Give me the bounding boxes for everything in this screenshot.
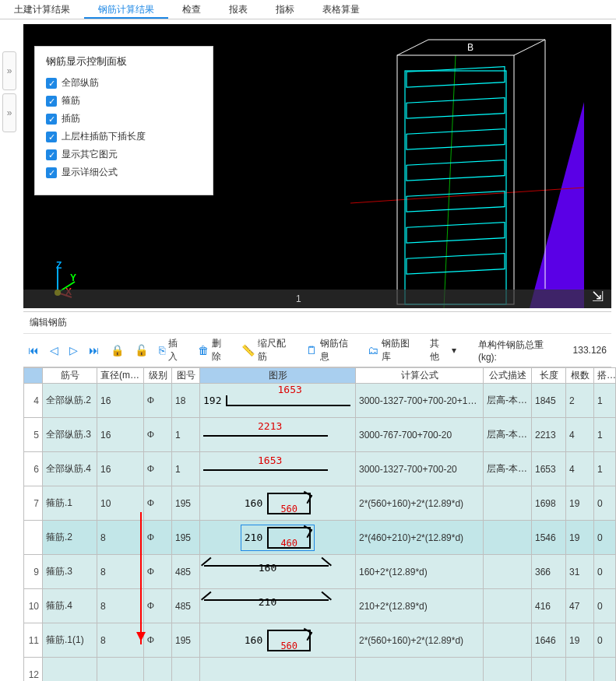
cell-shapeNo[interactable]: 1: [172, 452, 200, 486]
other-dropdown[interactable]: 其他 ▾: [430, 337, 456, 363]
cell-dia[interactable]: 8: [97, 589, 144, 623]
cell-desc[interactable]: [484, 521, 532, 555]
table-row[interactable]: 7箍筋.110Φ1951605602*(560+160)+2*(12.89*d)…: [24, 486, 616, 521]
cell-no[interactable]: 全部纵筋.3: [43, 418, 97, 452]
unlock-icon[interactable]: 🔓: [135, 344, 148, 356]
cell-no[interactable]: 箍筋.3: [43, 555, 97, 589]
cell-formula[interactable]: 160+2*(12.89*d): [356, 555, 484, 589]
cell-len[interactable]: [532, 658, 566, 682]
cell-desc[interactable]: 层高-本层的露出…: [484, 452, 532, 486]
row-index[interactable]: 5: [24, 418, 43, 452]
rebar-grid[interactable]: 筋号 直径(mm) 级别 图号 图形 计算公式 公式描述 长度 根数 搭接 4全…: [23, 367, 616, 681]
cell-desc[interactable]: [484, 658, 532, 682]
row-index[interactable]: 6: [24, 452, 43, 486]
cell-lap[interactable]: 0: [594, 521, 616, 555]
chk-other[interactable]: ✓: [46, 149, 57, 160]
chk-all-long[interactable]: ✓: [46, 78, 57, 89]
model-viewport[interactable]: 钢筋显示控制面板 ✓全部纵筋 ✓箍筋 ✓插筋 ✓上层柱插筋下插长度 ✓显示其它图…: [23, 24, 611, 308]
cell-qty[interactable]: 47: [566, 589, 594, 623]
cell-lap[interactable]: 0: [594, 486, 616, 521]
cell-shape[interactable]: 160560: [200, 486, 356, 521]
last-icon[interactable]: ⏭: [89, 344, 100, 356]
cell-grade[interactable]: Φ: [144, 521, 172, 555]
info-button[interactable]: 🗒钢筋信息: [306, 337, 357, 363]
table-row[interactable]: 9箍筋.38Φ485160160+2*(12.89*d)366310: [24, 555, 616, 589]
cell-grade[interactable]: Φ: [144, 623, 172, 658]
col-shape[interactable]: 图形: [200, 368, 356, 384]
cell-shape[interactable]: 2213: [200, 418, 356, 452]
first-icon[interactable]: ⏮: [28, 344, 39, 356]
cell-qty[interactable]: 19: [566, 521, 594, 555]
row-index[interactable]: 8: [24, 521, 43, 555]
cell-lap[interactable]: 1: [594, 418, 616, 452]
cell-desc[interactable]: 层高-本层的露出…: [484, 384, 532, 418]
cell-desc[interactable]: [484, 589, 532, 623]
cell-no[interactable]: 箍筋.4: [43, 589, 97, 623]
cell-dia[interactable]: 16: [97, 418, 144, 452]
cell-dia[interactable]: [97, 658, 144, 682]
cell-shapeNo[interactable]: [172, 658, 200, 682]
col-formula[interactable]: 计算公式: [356, 368, 484, 384]
prev-icon[interactable]: ◁: [50, 344, 58, 356]
cell-shapeNo[interactable]: 1: [172, 418, 200, 452]
cell-formula[interactable]: 210+2*(12.89*d): [356, 589, 484, 623]
cell-qty[interactable]: 19: [566, 623, 594, 658]
cell-no[interactable]: 箍筋.1(1): [43, 623, 97, 658]
cell-len[interactable]: 416: [532, 589, 566, 623]
cell-shape[interactable]: 1653: [200, 452, 356, 486]
tab-civil[interactable]: 土建计算结果: [0, 0, 84, 19]
cell-grade[interactable]: Φ: [144, 589, 172, 623]
cell-formula[interactable]: 3000-1327-700+700-20+12*d: [356, 384, 484, 418]
cell-len[interactable]: 1646: [532, 623, 566, 658]
cell-no[interactable]: 全部纵筋.4: [43, 452, 97, 486]
cell-grade[interactable]: Φ: [144, 384, 172, 418]
tab-report[interactable]: 报表: [215, 0, 262, 19]
col-len[interactable]: 长度: [532, 368, 566, 384]
cell-shape[interactable]: [200, 658, 356, 682]
cell-lap[interactable]: 0: [594, 623, 616, 658]
cell-shapeNo[interactable]: 485: [172, 555, 200, 589]
cell-grade[interactable]: Φ: [144, 418, 172, 452]
lock-icon[interactable]: 🔒: [111, 344, 124, 356]
cell-shape[interactable]: 210: [200, 589, 356, 623]
cell-lap[interactable]: 0: [594, 589, 616, 623]
row-index[interactable]: 10: [24, 589, 43, 623]
cell-shape[interactable]: 1921653: [200, 384, 356, 418]
cell-formula[interactable]: 2*(560+160)+2*(12.89*d): [356, 623, 484, 658]
cell-len[interactable]: 1546: [532, 521, 566, 555]
cell-shapeNo[interactable]: 195: [172, 623, 200, 658]
row-index[interactable]: 7: [24, 486, 43, 521]
cell-no[interactable]: 箍筋.2: [43, 521, 97, 555]
cell-len[interactable]: 1698: [532, 486, 566, 521]
col-lap[interactable]: 搭接: [594, 368, 616, 384]
col-no[interactable]: 筋号: [43, 368, 97, 384]
cell-no[interactable]: 箍筋.1: [43, 486, 97, 521]
table-row[interactable]: 5全部纵筋.316Φ122133000-767-700+700-20层高-本层的…: [24, 418, 616, 452]
cell-desc[interactable]: [484, 486, 532, 521]
row-index[interactable]: 4: [24, 384, 43, 418]
library-button[interactable]: 🗂钢筋图库: [368, 337, 419, 363]
cell-no[interactable]: [43, 658, 97, 682]
chk-stirrup[interactable]: ✓: [46, 96, 57, 107]
cell-dia[interactable]: 10: [97, 486, 144, 521]
cell-len[interactable]: 1653: [532, 452, 566, 486]
table-row[interactable]: 12: [24, 658, 616, 682]
cell-shape[interactable]: 210460: [200, 521, 356, 555]
cell-qty[interactable]: 2: [566, 384, 594, 418]
cell-len[interactable]: 1845: [532, 384, 566, 418]
cell-formula[interactable]: 3000-1327-700+700-20: [356, 452, 484, 486]
table-row[interactable]: 4全部纵筋.216Φ1819216533000-1327-700+700-20+…: [24, 384, 616, 418]
cell-len[interactable]: 2213: [532, 418, 566, 452]
cell-qty[interactable]: 4: [566, 418, 594, 452]
scale-button[interactable]: 📏缩尺配筋: [241, 337, 295, 363]
cell-dia[interactable]: 16: [97, 452, 144, 486]
cell-grade[interactable]: Φ: [144, 452, 172, 486]
table-row[interactable]: 10箍筋.48Φ485210210+2*(12.89*d)416470: [24, 589, 616, 623]
cell-dia[interactable]: 8: [97, 521, 144, 555]
cell-shape[interactable]: 160: [200, 555, 356, 589]
cell-formula[interactable]: 2*(560+160)+2*(12.89*d): [356, 486, 484, 521]
cell-shapeNo[interactable]: 195: [172, 521, 200, 555]
cell-dia[interactable]: 8: [97, 555, 144, 589]
cell-lap[interactable]: 1: [594, 384, 616, 418]
collapse-viewport-icon[interactable]: ⇲: [592, 288, 604, 305]
